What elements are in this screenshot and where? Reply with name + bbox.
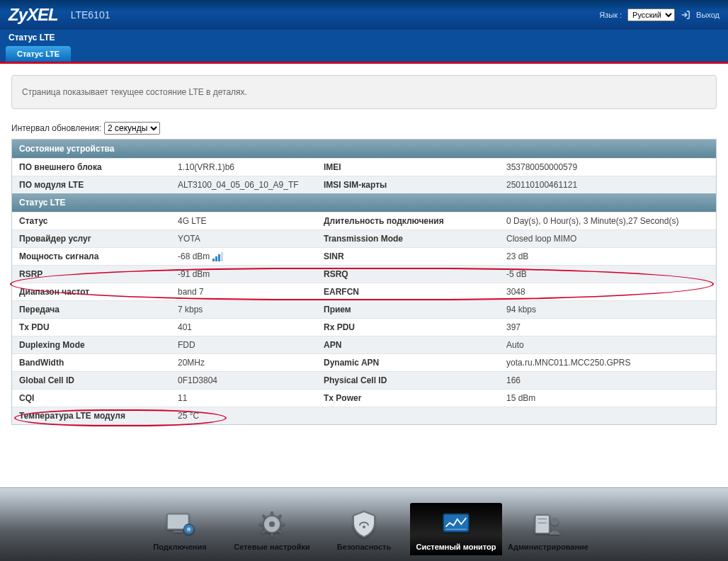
table-row: Global Cell ID0F1D3804Physical Cell ID16… (12, 371, 716, 389)
row-label: Длительность подключения (317, 212, 499, 230)
row-label: Диапазон частот (12, 283, 171, 300)
refresh-interval-row: Интервал обновления: 2 секунды (11, 122, 717, 135)
row-label: Global Cell ID (12, 371, 171, 389)
row-label: APN (317, 336, 499, 353)
breadcrumb-text: Статус LTE (8, 33, 55, 42)
row-value: 401 (171, 318, 317, 336)
row-label: Прием (317, 300, 499, 318)
row-label: Температура LTE модуля (12, 407, 171, 424)
row-value: FDD (171, 336, 317, 353)
refresh-label: Интервал обновления: (11, 123, 101, 133)
dock-label: Сетевые настройки (234, 543, 310, 551)
admin-icon (531, 510, 565, 538)
row-label: ПО модуля LTE (12, 176, 171, 193)
svg-line-10 (263, 515, 266, 518)
row-value: YOTA (171, 230, 317, 247)
row-value: 353780050000579 (499, 158, 716, 176)
section-lte-status: Статус LTE (12, 193, 716, 212)
language-label: Язык : (599, 11, 622, 19)
row-label: Duplexing Mode (12, 336, 171, 353)
table-row: Мощность сигнала-68 dBmSINR23 dB (12, 247, 716, 265)
dock-administration[interactable]: Администрирование (502, 503, 594, 555)
row-label: Tx Power (317, 389, 499, 407)
dock-system-monitor[interactable]: Системный монитор (410, 503, 502, 555)
dock-label: Безопасность (337, 543, 391, 551)
table-row: ПО внешнего блока1.10(VRR.1)b6IMEI353780… (12, 158, 716, 176)
row-value: 4G LTE (171, 212, 317, 230)
dock-label: Подключения (153, 543, 206, 551)
row-label: SINR (317, 247, 499, 265)
svg-rect-17 (535, 515, 550, 533)
row-value: ALT3100_04_05_06_10_A9_TF (171, 176, 317, 193)
row-label: ПО внешнего блока (12, 158, 171, 176)
row-value: Auto (499, 336, 716, 353)
dock-connections[interactable]: Подключения (134, 503, 226, 555)
row-label: IMSI SIM-карты (317, 176, 499, 193)
svg-point-20 (551, 518, 559, 526)
row-label: Dynamic APN (317, 353, 499, 371)
table-row: CQI11Tx Power15 dBm (12, 389, 716, 407)
dock-security[interactable]: Безопасность (318, 503, 410, 555)
row-label: EARFCN (317, 283, 499, 300)
svg-line-11 (278, 530, 281, 533)
row-value: 166 (499, 371, 716, 389)
table-row: Tx PDU401Rx PDU397 (12, 318, 716, 336)
row-value: band 7 (171, 283, 317, 300)
svg-line-12 (263, 530, 266, 533)
dock-network-settings[interactable]: Сетевые настройки (226, 503, 318, 555)
row-value: 94 kbps (499, 300, 716, 318)
table-row: Температура LTE модуля25 °C (12, 407, 716, 424)
dock-label: Администрирование (508, 543, 588, 551)
shield-icon (347, 510, 381, 538)
signal-bars-icon (212, 252, 223, 261)
row-value: 3048 (499, 283, 716, 300)
row-value: 20MHz (171, 353, 317, 371)
table-row: Duplexing ModeFDDAPNAuto (12, 336, 716, 353)
svg-point-3 (187, 528, 190, 531)
table-row: Передача7 kbpsПрием94 kbps (12, 300, 716, 318)
tab-lte-status[interactable]: Статус LTE (6, 46, 71, 62)
svg-point-5 (269, 521, 275, 527)
language-select[interactable]: Русский (627, 8, 675, 21)
row-label: RSRP (12, 265, 171, 283)
row-value: 0F1D3804 (171, 371, 317, 389)
gear-icon (255, 510, 289, 538)
tab-row: Статус LTE (0, 45, 728, 64)
row-label: IMEI (317, 158, 499, 176)
row-label: CQI (12, 389, 171, 407)
breadcrumb: Статус LTE (0, 30, 728, 45)
row-label: Мощность сигнала (12, 247, 171, 265)
row-value: -68 dBm (171, 247, 317, 265)
page-description: Страница показывает текущее состояние LT… (11, 75, 717, 109)
banner-right: Язык : Русский Выход (599, 8, 720, 21)
row-value: 0 Day(s), 0 Hour(s), 3 Minute(s),27 Seco… (499, 212, 716, 230)
row-label: Tx PDU (12, 318, 171, 336)
row-value (499, 407, 716, 424)
row-value: 7 kbps (171, 300, 317, 318)
monitor-icon (163, 510, 197, 538)
row-value: 11 (171, 389, 317, 407)
row-label: BandWidth (12, 353, 171, 371)
table-row: ПО модуля LTEALT3100_04_05_06_10_A9_TFIM… (12, 176, 716, 193)
logout-icon (681, 10, 690, 20)
section-device-state: Состояние устройства (12, 140, 716, 158)
brand-logo: ZyXEL (8, 5, 58, 25)
row-value: yota.ru.MNC011.MCC250.GPRS (499, 353, 716, 371)
row-value: 1.10(VRR.1)b6 (171, 158, 317, 176)
row-label: Transmission Mode (317, 230, 499, 247)
table-row: Провайдер услугYOTATransmission ModeClos… (12, 230, 716, 247)
dock-label: Системный монитор (416, 543, 496, 551)
table-row: BandWidth20MHzDynamic APNyota.ru.MNC011.… (12, 353, 716, 371)
logout-link[interactable]: Выход (696, 11, 720, 19)
row-label: Статус (12, 212, 171, 230)
row-label (317, 407, 499, 424)
svg-line-13 (278, 515, 281, 518)
table-row: RSRP-91 dBmRSRQ-5 dB (12, 265, 716, 283)
refresh-select[interactable]: 2 секунды (104, 122, 160, 135)
row-label: Rx PDU (317, 318, 499, 336)
table-row: Статус4G LTEДлительность подключения0 Da… (12, 212, 716, 230)
row-value: 397 (499, 318, 716, 336)
table-row: Диапазон частотband 7EARFCN3048 (12, 283, 716, 300)
row-value: Closed loop MIMO (499, 230, 716, 247)
row-label: RSRQ (317, 265, 499, 283)
